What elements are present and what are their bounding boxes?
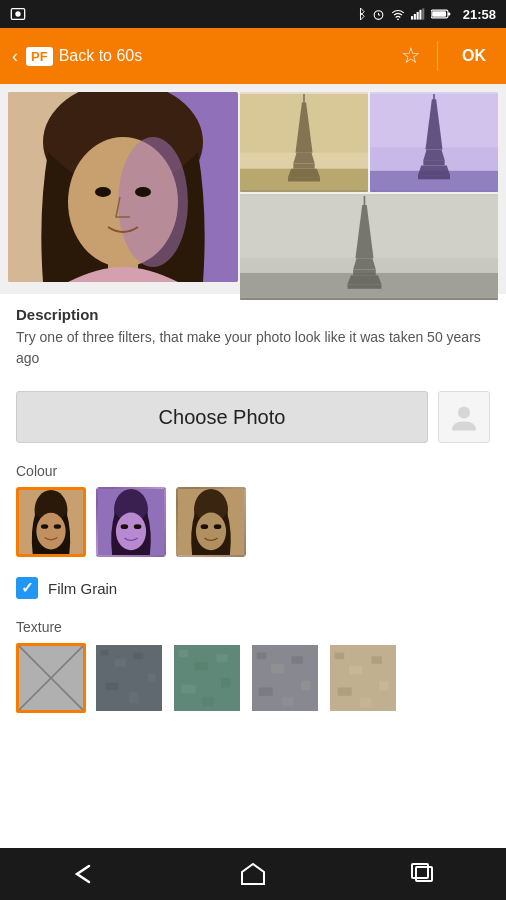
colour-swatch-warm[interactable] — [16, 487, 86, 557]
texture-swatch-cross[interactable] — [16, 643, 86, 713]
battery-icon — [431, 8, 451, 20]
texture-swatch-teal[interactable] — [172, 643, 242, 713]
svg-rect-27 — [293, 163, 314, 168]
svg-marker-28 — [288, 169, 320, 178]
main-preview-image — [8, 92, 238, 282]
svg-rect-84 — [257, 653, 266, 660]
main-content: Description Try one of three filters, th… — [0, 84, 506, 848]
colour-swatches — [16, 487, 490, 557]
svg-rect-74 — [105, 683, 118, 691]
svg-point-59 — [134, 524, 142, 529]
svg-rect-45 — [353, 270, 376, 276]
svg-rect-79 — [216, 654, 227, 662]
svg-point-1 — [15, 11, 20, 16]
svg-point-53 — [41, 524, 48, 529]
status-icons: 21:58 — [355, 6, 496, 22]
svg-point-58 — [121, 524, 129, 529]
pf-logo: PF — [26, 47, 53, 66]
film-grain-label: Film Grain — [48, 580, 117, 597]
svg-marker-44 — [353, 258, 376, 269]
svg-rect-13 — [432, 11, 446, 16]
texture-swatch-tan[interactable] — [328, 643, 398, 713]
svg-rect-36 — [423, 160, 444, 165]
colour-swatch-purple[interactable] — [96, 487, 166, 557]
nav-bar — [0, 848, 506, 900]
nav-recents-icon — [410, 863, 434, 885]
screenshot-icon — [10, 6, 26, 22]
nav-back-button[interactable] — [54, 854, 114, 894]
preview-thumb-3 — [240, 194, 498, 300]
svg-rect-71 — [115, 659, 126, 667]
svg-point-54 — [54, 524, 61, 529]
svg-point-5 — [397, 18, 399, 20]
texture-section: Texture — [0, 609, 506, 723]
svg-rect-6 — [411, 16, 413, 20]
wifi-icon — [391, 8, 405, 20]
avatar-icon — [449, 402, 479, 432]
bluetooth-icon — [355, 6, 366, 22]
choose-photo-section: Choose Photo — [0, 381, 506, 453]
star-button[interactable]: ☆ — [401, 43, 421, 69]
colour-section: Colour — [0, 453, 506, 567]
svg-rect-87 — [301, 681, 310, 690]
nav-home-button[interactable] — [223, 854, 283, 894]
nav-home-icon — [240, 862, 266, 886]
colour-swatch-sepia[interactable] — [176, 487, 246, 557]
svg-rect-89 — [282, 697, 293, 706]
texture-label: Texture — [16, 619, 490, 635]
status-bar-left — [10, 6, 355, 22]
main-preview-svg — [8, 92, 238, 282]
svg-point-49 — [458, 407, 470, 419]
toolbar-actions: ☆ OK — [401, 41, 494, 71]
svg-rect-12 — [448, 12, 450, 15]
svg-point-52 — [36, 513, 65, 550]
preview-top-row — [240, 92, 498, 192]
svg-rect-96 — [360, 698, 371, 707]
svg-rect-93 — [371, 656, 381, 664]
svg-marker-26 — [293, 153, 314, 164]
svg-rect-72 — [134, 653, 143, 660]
svg-rect-82 — [202, 697, 213, 706]
checkbox-check-icon: ✓ — [21, 579, 34, 597]
texture-swatch-dark[interactable] — [94, 643, 164, 713]
svg-rect-85 — [271, 664, 284, 673]
svg-rect-91 — [335, 653, 344, 660]
svg-rect-9 — [419, 10, 421, 20]
svg-rect-92 — [349, 666, 362, 674]
svg-rect-86 — [292, 656, 303, 664]
svg-rect-47 — [348, 284, 382, 289]
back-button[interactable]: ‹ PF Back to 60s — [12, 46, 401, 67]
nav-recents-button[interactable] — [392, 854, 452, 894]
svg-rect-10 — [422, 8, 424, 19]
svg-marker-37 — [418, 165, 450, 175]
texture-swatches — [16, 643, 490, 713]
svg-rect-29 — [288, 177, 320, 181]
svg-rect-95 — [338, 687, 352, 695]
svg-rect-81 — [182, 685, 196, 693]
toolbar-title: Back to 60s — [59, 47, 143, 65]
description-text: Try one of three filters, that make your… — [16, 327, 490, 369]
svg-rect-80 — [221, 678, 230, 687]
preview-section — [0, 84, 506, 294]
svg-point-64 — [214, 524, 222, 529]
toolbar-divider — [437, 41, 438, 71]
svg-rect-75 — [129, 692, 138, 703]
svg-rect-77 — [179, 650, 188, 658]
svg-point-63 — [201, 524, 209, 529]
preview-thumb-2 — [370, 92, 498, 192]
colour-label: Colour — [16, 463, 490, 479]
texture-swatch-gray[interactable] — [250, 643, 320, 713]
avatar-placeholder — [438, 391, 490, 443]
ok-button[interactable]: OK — [454, 43, 494, 69]
back-arrow-icon: ‹ — [12, 46, 18, 67]
svg-rect-7 — [414, 14, 416, 20]
choose-photo-label: Choose Photo — [159, 406, 286, 429]
svg-point-57 — [116, 513, 146, 551]
choose-photo-button[interactable]: Choose Photo — [16, 391, 428, 443]
preview-bottom-row — [240, 194, 498, 300]
svg-point-18 — [118, 137, 188, 267]
svg-rect-94 — [379, 681, 388, 690]
svg-point-62 — [196, 513, 226, 551]
description-section: Description Try one of three filters, th… — [0, 294, 506, 381]
film-grain-checkbox[interactable]: ✓ — [16, 577, 38, 599]
